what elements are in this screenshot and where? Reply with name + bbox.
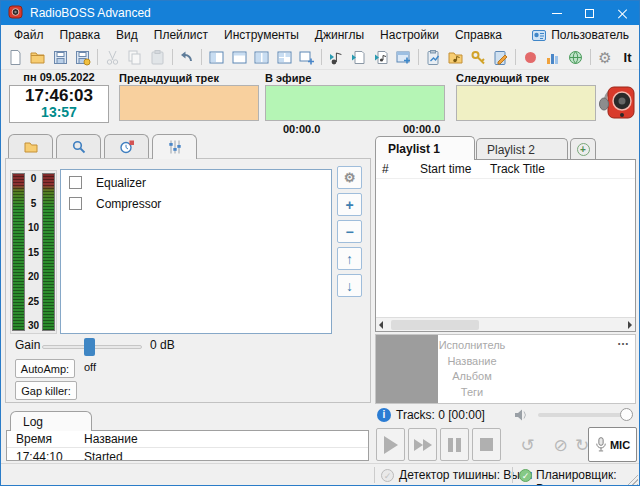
find-tracks-button[interactable] [467,46,490,68]
equalizer-checkbox[interactable] [69,176,82,189]
undo-button[interactable] [176,46,199,68]
tab-scheduler[interactable] [104,134,149,158]
menu-view[interactable]: Вид [108,26,146,44]
vu-meter: 0 5 10 15 20 25 30 [10,170,57,334]
tag-editor-button[interactable] [490,46,513,68]
volume-slider-track[interactable] [538,413,633,417]
effects-list-item[interactable]: Equalizer [69,174,331,191]
report-button[interactable] [422,46,445,68]
next-track-label: Следующий трек [456,72,549,84]
gap-killer-button[interactable]: Gap killer: [15,381,77,400]
close-button[interactable] [606,1,639,25]
plus-icon: + [577,143,590,156]
effect-move-up-button[interactable]: ↑ [337,247,362,270]
minimize-button[interactable] [540,1,573,25]
layout-columns-button[interactable] [250,46,273,68]
gear-icon: ⚙ [598,50,611,65]
menu-help[interactable]: Справка [447,26,510,44]
layout-add-button[interactable] [295,46,318,68]
web-button[interactable] [564,46,587,68]
block-button[interactable]: ⊘ [546,430,575,461]
autoamp-button[interactable]: AutoAmp: [15,359,75,378]
new-playlist-button[interactable] [4,46,27,68]
radioboss-logo [597,74,637,129]
tab-search[interactable] [56,134,101,158]
menu-user[interactable]: Пользователь [532,28,634,42]
gain-value: 0 dB [150,338,175,352]
add-window-button[interactable] [393,46,416,68]
language-button[interactable]: It [616,46,639,68]
tab-effects[interactable] [152,134,197,159]
shuffle-icon: ↻ [575,435,588,456]
log-row[interactable]: 17:44:10 Started [7,448,368,461]
music-library-icon [447,49,464,66]
tab-playlist-1[interactable]: Playlist 1 [375,136,475,160]
maximize-button[interactable] [573,1,606,25]
tab-log[interactable]: Log [10,411,92,431]
effect-remove-button[interactable]: − [337,220,362,243]
menu-file[interactable]: Файл [6,26,52,44]
settings-button[interactable]: ⚙ [594,46,617,68]
effect-add-button[interactable]: + [337,193,362,216]
app-window: RadioBOSS Advanced Файл Правка Вид Плейл… [0,0,640,486]
gain-slider-thumb[interactable] [84,338,95,356]
log-table-header: Время Название [7,431,368,448]
mixer-sliders-icon [167,139,183,155]
music-library-button[interactable] [445,46,468,68]
add-track-button[interactable] [325,46,348,68]
layout-split-button[interactable] [205,46,228,68]
add-list-button[interactable] [347,46,370,68]
record-button[interactable] [519,46,542,68]
mic-button[interactable]: MIC [588,427,637,462]
open-button[interactable] [27,46,50,68]
statistics-button[interactable] [542,46,565,68]
save-as-button[interactable] [72,46,95,68]
add-playlist-tab-button[interactable]: + [570,138,596,160]
scroll-left-arrow[interactable] [379,321,383,329]
copy-button[interactable] [124,46,147,68]
playlist-panel[interactable]: # Start time Track Title [375,159,636,332]
play-button[interactable] [376,428,405,461]
effects-list-item[interactable]: Compressor [69,195,331,212]
next-button[interactable] [408,428,437,461]
shuffle-button[interactable]: ↻ [575,430,588,461]
volume-slider-thumb[interactable] [620,408,633,421]
layout-single-button[interactable] [228,46,251,68]
menu-tools[interactable]: Инструменты [216,26,307,44]
add-music-list-button[interactable] [370,46,393,68]
maximize-icon [585,9,594,18]
next-icon [414,439,423,451]
menu-jingles[interactable]: Джинглы [307,26,372,44]
pause-icon [448,438,461,452]
add-music-list-icon [373,49,390,66]
track-info-more-button[interactable]: … [617,334,629,348]
paste-button[interactable] [146,46,169,68]
effect-move-down-button[interactable]: ↓ [337,274,362,297]
scrollbar-thumb[interactable] [391,320,479,330]
block-icon: ⊘ [553,435,567,456]
menu-settings[interactable]: Настройки [372,26,447,44]
compressor-checkbox[interactable] [69,197,82,210]
playlist-col-start-time: Start time [420,162,490,176]
menu-playlist[interactable]: Плейлист [146,26,216,44]
report-icon [425,49,442,66]
pause-button[interactable] [440,428,469,461]
toolbar-separator [172,49,173,65]
vu-meter-right-bar [42,173,55,331]
layout-grid-button[interactable] [273,46,296,68]
log-row-time: 17:44:10 [16,450,84,462]
tab-playlist-2[interactable]: Playlist 2 [476,138,568,160]
statusbar-separator [512,467,513,483]
effect-settings-button[interactable]: ⚙ [337,166,362,189]
stop-button[interactable] [472,428,501,461]
repeat-button[interactable]: ↺ [513,430,542,461]
cut-button[interactable] [101,46,124,68]
layout-single-icon [231,49,248,66]
scroll-right-arrow[interactable] [628,321,632,329]
menu-edit[interactable]: Правка [52,26,109,44]
tab-files[interactable] [8,134,53,158]
layout-grid-icon [276,49,293,66]
playlist-horizontal-scrollbar[interactable] [376,317,635,331]
add-list-icon [350,49,367,66]
save-button[interactable] [49,46,72,68]
